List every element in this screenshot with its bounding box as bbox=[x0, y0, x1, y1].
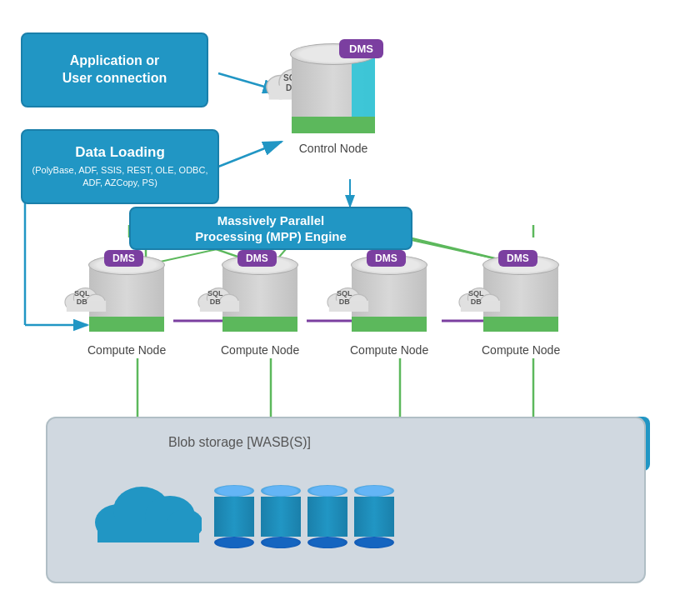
mpp-engine-box: Massively Parallel Processing (MPP) Engi… bbox=[129, 207, 412, 250]
blob-storage-label: Blob storage [WASB(S)] bbox=[168, 435, 311, 450]
azure-storage-container: Blob storage [WASB(S)] bbox=[46, 417, 646, 583]
app-user-connection-label: Application or User connection bbox=[62, 52, 167, 88]
control-node: DMS Control Node bbox=[292, 54, 375, 155]
dms-badge-1: DMS bbox=[104, 250, 143, 267]
dms-badge-2: DMS bbox=[238, 250, 277, 267]
app-user-connection-box: Application or User connection bbox=[21, 32, 208, 108]
data-loading-box: Data Loading (PolyBase, ADF, SSIS, REST,… bbox=[21, 129, 219, 204]
compute-node-2-label: Compute Node bbox=[221, 343, 299, 357]
dms-badge-4: DMS bbox=[498, 250, 538, 267]
database-cylinders bbox=[214, 485, 394, 548]
compute-node-3: DMS SQLDB Compute Node bbox=[350, 265, 428, 357]
dms-badge-3: DMS bbox=[367, 250, 406, 267]
data-loading-subtitle: (PolyBase, ADF, SSIS, REST, OLE, ODBC, A… bbox=[31, 164, 209, 190]
compute-node-2: DMS SQLDB Compute Node bbox=[221, 265, 299, 357]
blob-cloud bbox=[93, 464, 202, 551]
svg-rect-48 bbox=[98, 521, 199, 542]
control-node-label: Control Node bbox=[299, 142, 368, 155]
compute-node-4: DMS SQLDB Compute Node bbox=[482, 265, 560, 357]
data-loading-title: Data Loading bbox=[75, 144, 165, 161]
control-dms-badge: DMS bbox=[339, 39, 383, 58]
mpp-label: Massively Parallel Processing (MPP) Engi… bbox=[195, 212, 347, 245]
compute-node-3-label: Compute Node bbox=[350, 343, 428, 357]
compute-node-4-label: Compute Node bbox=[482, 343, 560, 357]
compute-node-1-label: Compute Node bbox=[88, 343, 166, 357]
svg-line-3 bbox=[218, 142, 282, 167]
compute-node-1: DMS SQLDB Compute Node bbox=[88, 265, 166, 357]
